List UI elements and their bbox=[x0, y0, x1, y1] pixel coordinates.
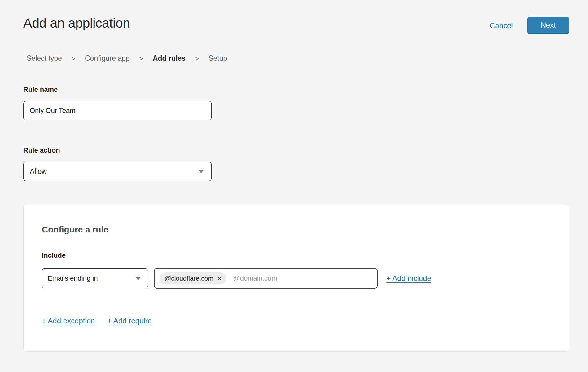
add-require-link[interactable]: + Add require bbox=[107, 317, 151, 325]
breadcrumb-separator: > bbox=[72, 55, 75, 62]
rule-name-label: Rule name bbox=[23, 86, 588, 94]
include-type-select[interactable]: Emails ending in bbox=[42, 268, 148, 288]
include-label: Include bbox=[42, 251, 551, 259]
next-button[interactable]: Next bbox=[527, 17, 569, 34]
page-header: Add an application Cancel Next bbox=[0, 0, 588, 34]
breadcrumb-step-configure-app: Configure app bbox=[85, 54, 130, 63]
rule-action-selected-value: Allow bbox=[30, 167, 47, 176]
rule-card-title: Configure a rule bbox=[42, 225, 551, 235]
breadcrumb: Select type > Configure app > Add rules … bbox=[27, 54, 588, 63]
email-domain-input[interactable] bbox=[232, 274, 372, 283]
breadcrumb-separator: > bbox=[195, 55, 199, 62]
card-links-row: + Add exception + Add require bbox=[42, 317, 551, 325]
add-exception-link[interactable]: + Add exception bbox=[42, 317, 95, 325]
chevron-down-icon bbox=[198, 170, 204, 173]
rule-action-label: Rule action bbox=[23, 146, 588, 154]
chevron-down-icon bbox=[135, 277, 141, 280]
rule-action-select[interactable]: Allow bbox=[23, 162, 212, 181]
rule-name-input[interactable] bbox=[23, 101, 212, 120]
email-domain-chip-label: @cloudflare.com bbox=[165, 275, 213, 282]
add-include-link[interactable]: + Add include bbox=[386, 274, 431, 283]
rule-name-field: Rule name bbox=[23, 86, 588, 120]
rule-action-field: Rule action Allow bbox=[23, 146, 588, 181]
breadcrumb-step-add-rules: Add rules bbox=[153, 54, 186, 63]
email-domain-chip: @cloudflare.com ✕ bbox=[160, 272, 226, 284]
include-row: Emails ending in @cloudflare.com ✕ + Add… bbox=[42, 268, 551, 289]
add-application-page: Add an application Cancel Next Select ty… bbox=[0, 0, 588, 352]
include-type-selected-value: Emails ending in bbox=[48, 274, 98, 282]
cancel-button[interactable]: Cancel bbox=[490, 21, 513, 30]
breadcrumb-step-select-type: Select type bbox=[27, 54, 62, 63]
breadcrumb-separator: > bbox=[139, 55, 143, 62]
remove-tag-icon[interactable]: ✕ bbox=[217, 276, 222, 281]
configure-rule-card: Configure a rule Include Emails ending i… bbox=[23, 204, 569, 352]
header-actions: Cancel Next bbox=[490, 17, 569, 34]
email-domains-tag-input[interactable]: @cloudflare.com ✕ bbox=[154, 268, 378, 289]
breadcrumb-step-setup: Setup bbox=[208, 54, 227, 63]
page-title: Add an application bbox=[23, 16, 130, 31]
